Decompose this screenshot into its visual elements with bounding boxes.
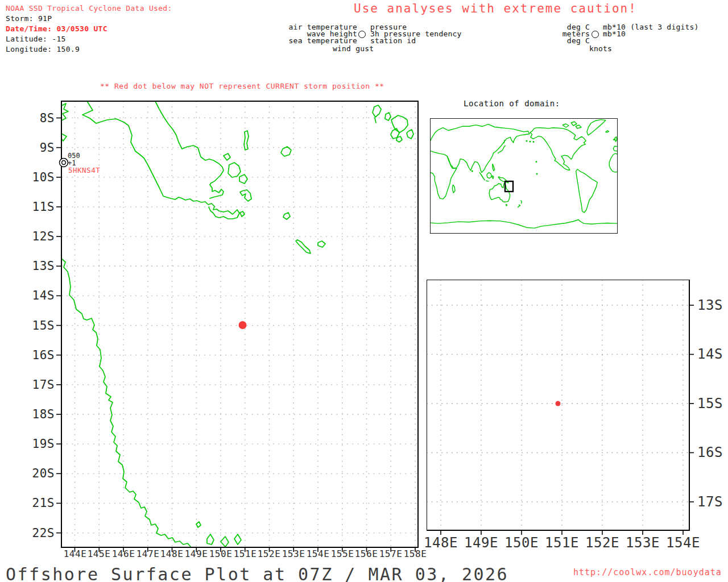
y-tick-label: 9S bbox=[28, 141, 55, 155]
latitude-line: Latitude: -15 bbox=[6, 34, 172, 44]
island bbox=[224, 153, 230, 160]
island bbox=[244, 131, 249, 150]
station-pressure-value: 050 bbox=[68, 152, 80, 159]
page-title: Offshore Surface Plot at 07Z / MAR 03, 2… bbox=[6, 564, 508, 582]
y-tick-label: 22S bbox=[28, 526, 55, 540]
new-zealand bbox=[521, 201, 522, 204]
sulawesi bbox=[492, 176, 494, 178]
storm-id-line: Storm: 91P bbox=[6, 14, 172, 24]
island bbox=[240, 190, 251, 201]
island bbox=[396, 136, 402, 142]
y-tick-label: 15S bbox=[697, 396, 723, 411]
iberia-edge bbox=[613, 146, 618, 151]
units-knots: knots bbox=[589, 45, 612, 52]
island bbox=[283, 213, 290, 219]
png-corner-coast bbox=[61, 134, 67, 141]
coastal-island bbox=[221, 537, 229, 547]
longitude-line: Longitude: 150.9 bbox=[6, 44, 172, 55]
aleutian-island bbox=[533, 142, 534, 143]
island bbox=[375, 118, 376, 123]
world-coastlines bbox=[430, 119, 618, 228]
storm-position-warning: ** Red dot below may NOT represent CURRE… bbox=[100, 82, 384, 90]
station-id-value: 5HKNS4T bbox=[68, 167, 100, 174]
island bbox=[240, 211, 245, 217]
coastal-island bbox=[234, 534, 241, 544]
y-tick-label: 16S bbox=[697, 445, 723, 460]
antarctica-coast bbox=[430, 220, 618, 228]
world-map-frame bbox=[430, 118, 618, 234]
island bbox=[296, 240, 311, 253]
north-america-coast bbox=[530, 128, 586, 171]
island bbox=[407, 130, 413, 139]
storm-data-header: NOAA SSD Tropical Cyclone Data Used: Sto… bbox=[6, 3, 172, 55]
australia bbox=[489, 183, 510, 202]
y-tick-label: 19S bbox=[28, 437, 55, 451]
eurasia-coast bbox=[430, 124, 530, 173]
noaa-source-line: NOAA SSD Tropical Cyclone Data Used: bbox=[6, 3, 172, 14]
sumatra bbox=[479, 173, 485, 180]
island bbox=[318, 241, 325, 247]
legend-sea-temperature: sea temperature bbox=[273, 37, 357, 44]
y-tick-label: 13S bbox=[697, 298, 723, 313]
philippines bbox=[493, 164, 495, 171]
inset-map-ticks bbox=[441, 305, 694, 535]
arctic-island bbox=[571, 122, 577, 126]
units-mb10: mb*10 bbox=[603, 30, 626, 38]
y-tick-label: 10S bbox=[28, 171, 55, 184]
legend-wind-gust: wind gust bbox=[333, 45, 374, 52]
y-tick-label: 14S bbox=[28, 289, 55, 302]
sakhalin bbox=[504, 140, 504, 143]
island bbox=[385, 113, 391, 120]
station-circle-icon bbox=[358, 31, 366, 38]
arctic-island bbox=[562, 124, 569, 127]
coastal-island bbox=[207, 534, 214, 544]
y-tick-label: 17S bbox=[28, 378, 55, 392]
storm-position-dot bbox=[556, 401, 561, 406]
y-tick-label: 11S bbox=[28, 200, 55, 214]
arctic-island bbox=[576, 125, 581, 128]
coastlines-green bbox=[61, 101, 413, 547]
y-tick-label: 20S bbox=[28, 467, 55, 480]
y-tick-label: 16S bbox=[28, 348, 55, 362]
borneo bbox=[487, 173, 491, 178]
pacific-island bbox=[536, 161, 537, 163]
y-tick-label: 14S bbox=[697, 347, 723, 361]
aleutian-island bbox=[530, 141, 531, 142]
aleutian-island bbox=[526, 140, 527, 142]
ireland bbox=[614, 139, 615, 140]
queensland-coastline bbox=[61, 259, 191, 547]
y-tick-label: 21S bbox=[28, 496, 55, 510]
png-south-coastline bbox=[82, 101, 239, 219]
buoy-station-symbol bbox=[60, 159, 68, 167]
storm-position-dot bbox=[239, 321, 247, 329]
units-deg-c-sea: deg C bbox=[535, 37, 590, 44]
iceland bbox=[606, 131, 609, 132]
main-map-ticks bbox=[56, 118, 415, 552]
south-america-coast bbox=[576, 169, 598, 213]
africa-coast bbox=[430, 151, 457, 199]
y-tick-label: 8S bbox=[28, 111, 55, 125]
inset-zoom-map bbox=[427, 280, 696, 537]
caution-headline: Use analyses with extreme caution! bbox=[354, 2, 637, 15]
island bbox=[228, 163, 241, 177]
coastal-island bbox=[196, 522, 201, 527]
y-tick-label: 15S bbox=[28, 319, 55, 332]
island bbox=[373, 105, 381, 117]
y-tick-label: 18S bbox=[28, 408, 55, 421]
offshore-surface-plot-page: NOAA SSD Tropical Cyclone Data Used: Sto… bbox=[0, 0, 728, 582]
legend-station-id: station id bbox=[370, 37, 416, 44]
pacific-island bbox=[536, 173, 537, 174]
station-circle-icon bbox=[592, 31, 599, 38]
x-tick-label: 154E bbox=[659, 535, 707, 550]
new-zealand bbox=[518, 205, 520, 207]
island bbox=[281, 147, 291, 156]
greenland bbox=[587, 119, 606, 135]
source-url-link[interactable]: http://coolwx.com/buoydata bbox=[573, 567, 722, 577]
png-north-coastline bbox=[155, 101, 224, 198]
java bbox=[486, 181, 489, 181]
tasmania bbox=[506, 205, 507, 206]
west-africa-edge bbox=[609, 153, 618, 172]
britain bbox=[615, 137, 617, 142]
japan bbox=[498, 146, 506, 153]
world-map-title: Location of domain: bbox=[464, 99, 560, 108]
